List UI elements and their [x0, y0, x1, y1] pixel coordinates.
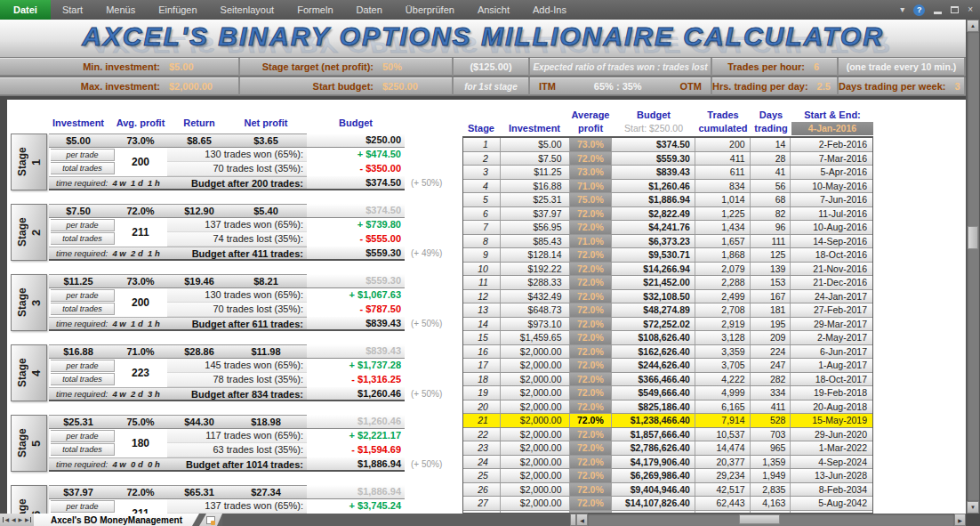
cell-end-date[interactable]: 14-Sep-2016 — [791, 235, 872, 248]
cell-budget[interactable]: $4,241.76 — [612, 221, 695, 234]
cell-end-date[interactable]: 6-Jun-2017 — [791, 345, 872, 359]
cell-trades-cumulated[interactable]: 2,919 — [695, 318, 751, 331]
cell-stage[interactable]: 26 — [463, 483, 501, 497]
cell-total-trades[interactable]: 180 — [116, 429, 165, 457]
trades-won-label[interactable]: 145 trades won (65%): — [167, 359, 307, 373]
hscroll-right-icon[interactable]: ▶ — [954, 514, 966, 526]
cell-budget-after[interactable]: $1,260.46 — [307, 387, 405, 401]
trades-lost-label[interactable]: 70 trades lost (35%): — [167, 303, 307, 317]
cell-investment[interactable]: $648.73 — [501, 303, 570, 317]
cell-investment[interactable]: $288.33 — [501, 276, 570, 289]
cell-budget[interactable]: $366,466.40 — [612, 373, 695, 386]
cell-investment[interactable]: $2,000.00 — [501, 345, 570, 359]
cell-trades-cumulated[interactable]: 2,499 — [695, 290, 751, 303]
chevron-down-icon[interactable]: ▾ — [900, 5, 904, 14]
cell-days-trading[interactable]: 28 — [751, 152, 791, 166]
cell-budget-after[interactable]: $374.50 — [307, 176, 405, 190]
cell-budget[interactable]: $2,822.49 — [612, 207, 695, 221]
menu-tab[interactable]: Einfügen — [147, 0, 208, 20]
cell-stage[interactable]: 2 — [463, 152, 501, 166]
hscroll-left-icon[interactable]: ◀ — [576, 514, 588, 526]
cell-return[interactable]: $65.31 — [173, 486, 225, 498]
cell-trades-cumulated[interactable]: 4,999 — [695, 386, 751, 400]
cell-avg-profit[interactable]: 72.0% — [570, 290, 613, 303]
cell-end-date[interactable]: 24-Jan-2017 — [791, 290, 872, 303]
min-investment-value[interactable]: $5.00 — [169, 61, 238, 72]
cell-days-trading[interactable]: 125 — [751, 248, 791, 262]
cell-avg-profit[interactable]: 72.0% — [570, 456, 613, 469]
cell-avg-profit[interactable]: 72.0% — [108, 486, 173, 498]
cell-budget[interactable]: $1,886.94 — [612, 193, 695, 206]
stage-label[interactable]: Stage 6 — [11, 485, 47, 514]
cell-avg-profit[interactable]: 72.0% — [570, 441, 613, 455]
cell-days-trading[interactable]: 411 — [751, 401, 791, 414]
cell-budget[interactable]: $549,666.40 — [612, 386, 695, 400]
cell-total-trades[interactable]: 223 — [116, 359, 165, 387]
cell-days-trading[interactable]: 96 — [751, 221, 791, 234]
cell-investment[interactable]: $2,000.00 — [501, 441, 570, 455]
cell-investment[interactable]: $5.00 — [501, 138, 570, 151]
cell-avg-profit[interactable]: 72.0% — [570, 207, 613, 221]
cell-stage[interactable]: 18 — [463, 373, 501, 386]
cell-return[interactable]: $12.90 — [173, 205, 225, 217]
trades-won-amount[interactable]: + $3,745.24 — [307, 499, 405, 514]
cell-days-trading[interactable]: 14 — [751, 138, 791, 151]
start-budget-value[interactable]: $250.00 — [382, 81, 452, 92]
cell-end-date[interactable]: 19-Feb-2018 — [791, 386, 872, 400]
trades-won-label[interactable]: 117 trades won (65%): — [167, 429, 307, 443]
cell-end-date[interactable]: 29-Mar-2017 — [791, 318, 872, 331]
cell-return[interactable]: $28.86 — [173, 345, 225, 358]
cell-trades-cumulated[interactable]: 14,474 — [695, 441, 751, 455]
next-sheet-icon[interactable]: ▶ — [18, 517, 22, 522]
cell-total-trades[interactable]: 200 — [116, 288, 165, 317]
minimize-icon[interactable] — [934, 12, 942, 14]
trades-won-amount[interactable]: + $739.80 — [307, 218, 405, 232]
cell-avg-profit[interactable]: 72.0% — [570, 331, 613, 344]
cell-trades-cumulated[interactable]: 62,443 — [695, 497, 751, 510]
cell-investment[interactable]: $11.25 — [49, 275, 108, 287]
cell-days-trading[interactable]: 111 — [751, 235, 791, 248]
cell-budget[interactable]: $1,857,666.40 — [612, 428, 695, 441]
cell-investment[interactable]: $2,000.00 — [501, 469, 570, 482]
trades-won-label[interactable]: 130 trades won (65%): — [167, 148, 307, 162]
cell-budget[interactable]: $21,452.00 — [612, 276, 695, 289]
cell-end-date[interactable]: 7-Mar-2016 — [791, 152, 872, 166]
cell-end-date[interactable]: 15-May-2019 — [791, 414, 872, 427]
trades-won-amount[interactable]: + $474.50 — [307, 148, 405, 162]
cell-return[interactable]: $8.65 — [173, 134, 225, 147]
trades-won-label[interactable]: 137 trades won (65%): — [167, 218, 307, 232]
cell-avg-profit[interactable]: 72.0% — [570, 152, 613, 166]
start-date-cell[interactable]: 4-Jan-2016 — [791, 122, 873, 135]
cell-budget-after[interactable]: $839.43 — [307, 317, 405, 331]
cell-investment[interactable]: $37.97 — [49, 486, 108, 498]
cell-avg-profit[interactable]: 73.0% — [570, 138, 613, 151]
sheet-tab-active[interactable]: Axcel's BO MoneyManagement — [34, 514, 199, 526]
cell-budget[interactable]: $9,404,946.40 — [612, 483, 695, 497]
cell-investment[interactable]: $2,000.00 — [501, 483, 570, 497]
cell-days-trading[interactable]: 247 — [751, 359, 791, 372]
trades-lost-label[interactable]: 74 trades lost (35%): — [167, 232, 307, 247]
cell-end-date[interactable]: 18-Oct-2016 — [791, 248, 872, 262]
cell-budget-start[interactable]: $374.50 — [307, 204, 405, 218]
prev-sheet-icon[interactable]: ◀ — [12, 517, 16, 522]
cell-days-trading[interactable]: 2,835 — [751, 483, 791, 497]
cell-stage[interactable]: 4 — [463, 180, 501, 193]
stage-label[interactable]: Stage 4 — [11, 344, 47, 401]
cell-investment[interactable]: $1,459.65 — [501, 331, 570, 344]
cell-trades-cumulated[interactable]: 4,222 — [695, 373, 751, 386]
cell-stage[interactable]: 24 — [463, 456, 501, 469]
days-per-week-value[interactable]: 3 — [954, 81, 964, 92]
cell-budget-start[interactable]: $839.43 — [307, 344, 405, 359]
trades-won-amount[interactable]: + $1,067.63 — [307, 288, 405, 303]
cell-end-date[interactable]: 27-Feb-2017 — [791, 303, 872, 317]
cell-avg-profit[interactable]: 71.0% — [108, 345, 173, 358]
cell-investment[interactable]: $16.88 — [501, 180, 570, 193]
cell-budget-start[interactable]: $1,886.94 — [307, 485, 405, 499]
cell-budget[interactable]: $14,107,826.40 — [612, 497, 695, 510]
cell-trades-cumulated[interactable]: 1,014 — [695, 193, 751, 206]
cell-total-trades[interactable]: 200 — [116, 148, 165, 176]
close-icon[interactable]: × — [968, 5, 973, 14]
cell-days-trading[interactable]: 195 — [751, 318, 791, 331]
cell-end-date[interactable]: 2-Feb-2016 — [791, 138, 872, 151]
cell-trades-cumulated[interactable]: 2,708 — [695, 303, 751, 317]
